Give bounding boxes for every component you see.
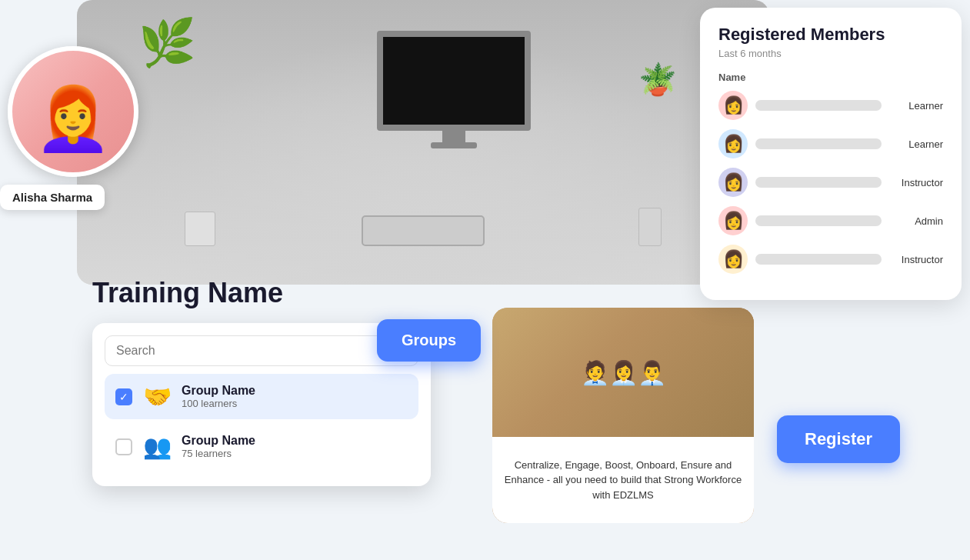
panel-subtitle: Last 6 months — [718, 48, 943, 59]
page-title: Training Name — [92, 277, 283, 309]
avatar: 👩‍🦰 — [8, 46, 138, 177]
list-item[interactable]: 👥 Group Name 75 learners — [105, 424, 418, 469]
groups-button[interactable]: Groups — [377, 319, 481, 362]
member-role: Instructor — [889, 177, 943, 188]
members-list: 👩 Learner 👩 Learner 👩 Instructor 👩 Admin… — [718, 91, 943, 274]
meeting-image: 🧑‍💼👩‍💼👨‍💼 Centralize, Engage, Boost, Onb… — [492, 308, 754, 523]
panel-title: Registered Members — [718, 25, 943, 45]
checkbox-checked-icon[interactable]: ✓ — [115, 388, 132, 405]
avatar: 👩 — [718, 168, 748, 197]
registered-members-panel: Registered Members Last 6 months Name 👩 … — [700, 8, 962, 300]
avatar: 👩 — [718, 206, 748, 235]
table-row: 👩 Admin — [718, 206, 943, 235]
search-field-wrap[interactable] — [105, 335, 418, 366]
list-item[interactable]: ✓ 🤝 Group Name 100 learners — [105, 374, 418, 419]
user-name-tag: Alisha Sharma — [0, 185, 105, 210]
member-role: Instructor — [889, 254, 943, 265]
checkbox-unchecked-icon[interactable] — [115, 438, 132, 455]
plant-left-icon: 🌿 — [138, 15, 196, 70]
meeting-caption: Centralize, Engage, Boost, Onboard, Ensu… — [492, 437, 754, 523]
keyboard-icon — [362, 215, 485, 246]
mug-icon — [185, 212, 215, 246]
group-learners-2: 75 learners — [182, 448, 408, 459]
avatar: 👩 — [718, 245, 748, 274]
meeting-scene: 🧑‍💼👩‍💼👨‍💼 — [492, 308, 754, 437]
search-input[interactable] — [116, 344, 407, 358]
table-row: 👩 Instructor — [718, 245, 943, 274]
member-name-bar — [755, 254, 882, 265]
member-name-bar — [755, 177, 882, 188]
group-icon: 👥 — [142, 433, 172, 460]
avatar: 👩 — [718, 129, 748, 158]
member-name-bar — [755, 138, 882, 149]
member-role: Learner — [889, 100, 943, 112]
table-row: 👩 Learner — [718, 91, 943, 120]
table-row: 👩 Learner — [718, 129, 943, 158]
col-header-name: Name — [718, 72, 943, 83]
pencil-holder-icon — [638, 208, 662, 246]
member-name-bar — [755, 100, 882, 111]
group-name-1: Group Name — [182, 384, 408, 398]
monitor-icon — [377, 31, 531, 138]
member-name-bar — [755, 215, 882, 226]
group-learners-1: 100 learners — [182, 398, 408, 409]
group-icon: 🤝 — [142, 383, 172, 410]
avatar-emoji: 👩‍🦰 — [35, 88, 112, 150]
group-name-2: Group Name — [182, 434, 408, 448]
table-row: 👩 Instructor — [718, 168, 943, 197]
people-icons: 🧑‍💼👩‍💼👨‍💼 — [581, 359, 666, 386]
register-button[interactable]: Register — [777, 415, 900, 463]
avatar: 👩 — [718, 91, 748, 120]
member-role: Admin — [889, 215, 943, 227]
member-role: Learner — [889, 138, 943, 150]
hero-image: 🌿 🪴 — [77, 0, 769, 285]
plant-right-icon: 🪴 — [638, 62, 677, 98]
